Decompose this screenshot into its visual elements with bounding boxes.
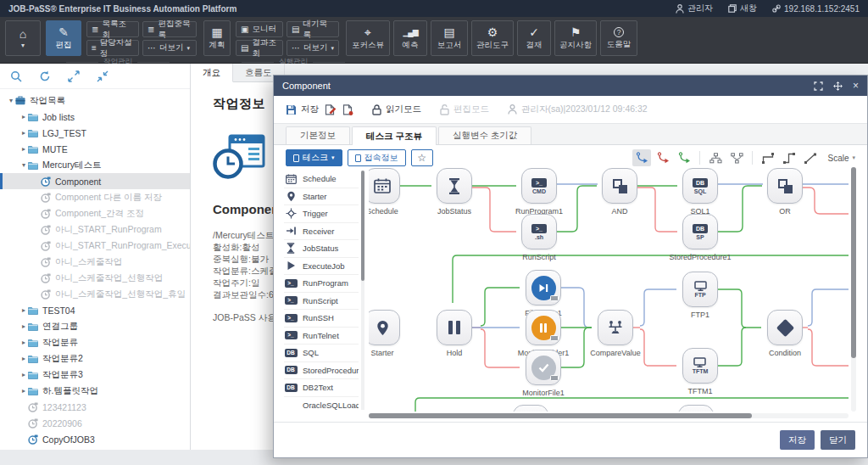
ribbon-approval-button[interactable]: ✓결재 (517, 20, 551, 56)
tree-item[interactable]: ▸작업분류2 (0, 350, 190, 367)
ribbon-help-button[interactable]: ?도움말 (600, 20, 637, 56)
connector-blue-tool[interactable] (632, 149, 651, 166)
palette-item[interactable]: DBStoredProcedure (284, 362, 359, 380)
line-step-tool[interactable] (759, 149, 777, 166)
tab-exec-variables[interactable]: 실행변수 초기값 (438, 126, 531, 144)
gate-node-icon[interactable] (767, 168, 803, 204)
tree-item[interactable]: ▸작업분류3 (0, 367, 190, 383)
org-chart-tool[interactable] (706, 149, 725, 166)
home-button[interactable]: ⌂ ▾ (5, 20, 41, 56)
flow-node-runscript[interactable]: >_.shRunScript (521, 214, 557, 249)
flow-node-fileexists1[interactable]: FileExists1 (526, 270, 561, 305)
footer-save-button[interactable]: 저장 (780, 430, 815, 450)
connector-green-tool[interactable] (675, 149, 693, 166)
tree-item[interactable]: 아니_START_RunProgram_ExecuteJOB (0, 238, 190, 254)
tree-item[interactable]: ▸작업분류 (0, 334, 190, 350)
flow-node-starter[interactable]: Starter (369, 310, 400, 345)
pin-node-icon[interactable] (369, 310, 400, 345)
expand-all-icon[interactable] (68, 70, 80, 82)
gate-node-icon[interactable] (678, 405, 714, 412)
tree-expander-icon[interactable]: ▸ (19, 306, 28, 314)
tree-item[interactable]: ▾Mercury테스트 (0, 157, 190, 173)
tree-item[interactable]: ▸LGJ_TEST (0, 125, 190, 141)
tree-item[interactable]: Component (0, 173, 190, 189)
tree-item[interactable]: 20220906 (0, 415, 190, 431)
palette-item[interactable]: Starter (284, 188, 359, 206)
tree-item[interactable]: 아니_스케줄작업 (0, 254, 190, 270)
flow-node-hold[interactable]: Hold (437, 310, 472, 345)
ribbon-list-view-button[interactable]: ≣목록조회 (86, 21, 139, 37)
flow-node-condition[interactable]: Condition (767, 310, 803, 345)
tree-expander-icon[interactable]: ▾ (7, 97, 15, 104)
modal-header[interactable]: Component × (274, 76, 867, 96)
favorite-button[interactable]: ☆ (411, 149, 433, 166)
refresh-icon[interactable] (39, 70, 51, 82)
tftm-node-icon[interactable]: TFTM (682, 348, 718, 384)
flow-node-jobstatus[interactable]: JobStatus (437, 168, 472, 204)
tab-overview[interactable]: 개요 (191, 64, 233, 82)
ribbon-manager-set-button[interactable]: ≡담당자설정 (86, 40, 139, 56)
tree-item[interactable]: ▸하.템플릿작업 (0, 383, 190, 399)
tree-item[interactable]: Component 다른 이름 저장 (0, 189, 190, 205)
ribbon-edit-button[interactable]: ✎ 편집 (46, 20, 81, 56)
flow-node-partial2[interactable] (678, 405, 714, 412)
palette-item[interactable]: DBSQL (284, 345, 359, 362)
tree-expander-icon[interactable]: ▸ (19, 322, 28, 330)
palette-item[interactable]: JobStatus (284, 240, 359, 258)
tree-item[interactable]: ▸연결그룹 (0, 318, 190, 334)
line-straight-tool[interactable] (801, 149, 820, 166)
connector-red-tool[interactable] (654, 149, 672, 166)
tree-item[interactable]: 아니_스케줄작업_선행작업 (0, 270, 190, 286)
edit-mode-button[interactable]: 편집모드 (440, 104, 489, 115)
flow-node-ftp1[interactable]: FTPFTP1 (682, 272, 718, 307)
flow-node-or[interactable]: OR (767, 168, 803, 204)
connection-info-button[interactable]: 접속정보 (348, 149, 406, 166)
ribbon-notice-button[interactable]: ⚑공지사항 (554, 20, 597, 56)
flow-node-partial1[interactable] (513, 405, 548, 412)
network-tool[interactable] (727, 149, 746, 166)
tree-expander-icon[interactable]: ▸ (19, 339, 28, 346)
circle-blue-node-icon[interactable] (526, 270, 561, 305)
tree-expander-icon[interactable]: ▸ (19, 371, 28, 378)
flow-node-and[interactable]: AND (602, 168, 637, 204)
save-cancel-button[interactable] (325, 104, 337, 115)
tree-item[interactable]: CopyOfJOB3 (0, 431, 190, 447)
flow-node-sql1[interactable]: DBSQLSQL1 (682, 168, 718, 204)
palette-item[interactable]: Receiver (284, 223, 359, 241)
server-address[interactable]: 192.168.1.152:2451 (772, 4, 860, 14)
flow-node-tftm1[interactable]: TFTMTFTM1 (682, 348, 718, 384)
ribbon-forecast-button[interactable]: ▁▄▆예측 (393, 20, 427, 56)
palette-item[interactable]: >_RunTelnet (284, 328, 359, 345)
line-double-step-tool[interactable] (780, 149, 798, 166)
circle-gray-node-icon[interactable] (526, 350, 561, 385)
ribbon-focus-view-button[interactable]: ⌖포커스뷰 (346, 20, 390, 56)
calendar-node-icon[interactable] (513, 405, 548, 412)
footer-close-button[interactable]: 닫기 (821, 430, 855, 450)
search-icon[interactable] (10, 70, 22, 82)
dbsp-node-icon[interactable]: DBSP (682, 214, 718, 249)
tree-expander-icon[interactable]: ▸ (19, 113, 28, 120)
tree-item[interactable]: TARGET_01 (0, 447, 190, 450)
tab-task-structure[interactable]: 테스크 구조뷰 (352, 126, 437, 145)
circle-orange-node-icon[interactable] (526, 310, 561, 345)
ribbon-result-view-button[interactable]: ▤결과조회 (236, 40, 283, 56)
tree-expander-icon[interactable]: ▸ (19, 355, 28, 362)
palette-item[interactable]: OracleSQLLoader (284, 397, 359, 411)
flow-node-runprogram1[interactable]: >_CMDRunProgram1 (521, 168, 557, 204)
read-mode-button[interactable]: 읽기모드 (372, 104, 421, 115)
hourglass-node-icon[interactable] (437, 168, 472, 204)
calendar-node-icon[interactable] (369, 168, 400, 204)
close-icon[interactable]: × (853, 81, 859, 91)
fullscreen-icon[interactable] (814, 81, 823, 91)
palette-item[interactable]: Trigger (284, 205, 359, 223)
canvas-h-scrollbar[interactable] (369, 413, 849, 418)
ftp-node-icon[interactable]: FTP (682, 272, 718, 307)
flow-node-storedprocedure1[interactable]: DBSPStoredProcedure1 (682, 214, 718, 249)
palette-item[interactable]: >_RunProgram (284, 275, 359, 293)
palette-item[interactable]: >_RunSSH (284, 310, 359, 328)
gate-node-icon[interactable] (602, 168, 637, 204)
task-dropdown-button[interactable]: 테스크▾ (286, 149, 342, 166)
palette-item[interactable]: >_RunScript (284, 293, 359, 311)
collapse-all-icon[interactable] (97, 70, 108, 82)
tree-item[interactable]: ▸Job lists (0, 109, 190, 125)
